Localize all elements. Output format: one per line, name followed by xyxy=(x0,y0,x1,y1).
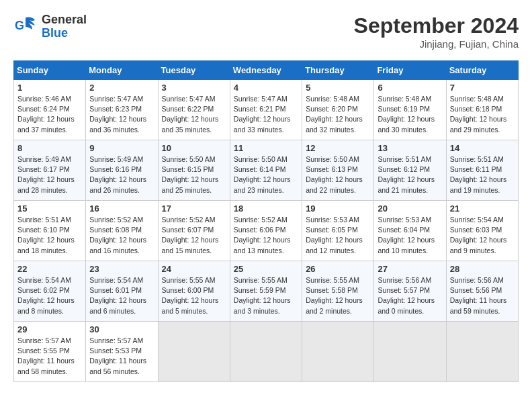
calendar-day: 11Sunrise: 5:50 AMSunset: 6:14 PMDayligh… xyxy=(230,140,302,201)
calendar-week-row: 8Sunrise: 5:49 AMSunset: 6:17 PMDaylight… xyxy=(14,140,519,201)
day-number: 19 xyxy=(306,203,370,214)
calendar-day: 26Sunrise: 5:55 AMSunset: 5:58 PMDayligh… xyxy=(302,261,374,322)
day-info: Sunrise: 5:50 AMSunset: 6:15 PMDaylight:… xyxy=(162,154,226,195)
day-info: Sunrise: 5:53 AMSunset: 6:04 PMDaylight:… xyxy=(378,215,442,256)
calendar-day-empty xyxy=(302,322,374,382)
day-number: 17 xyxy=(162,203,226,214)
day-number: 16 xyxy=(89,203,154,214)
day-info: Sunrise: 5:46 AMSunset: 6:24 PMDaylight:… xyxy=(17,94,82,135)
logo-line1: General xyxy=(42,13,87,27)
day-number: 12 xyxy=(306,143,370,153)
calendar-day: 3Sunrise: 5:47 AMSunset: 6:22 PMDaylight… xyxy=(158,80,230,140)
day-info: Sunrise: 5:49 AMSunset: 6:17 PMDaylight:… xyxy=(17,154,82,195)
svg-text:G: G xyxy=(15,19,24,32)
calendar-day: 21Sunrise: 5:54 AMSunset: 6:03 PMDayligh… xyxy=(446,201,518,261)
day-info: Sunrise: 5:47 AMSunset: 6:21 PMDaylight:… xyxy=(234,94,298,135)
calendar-day: 24Sunrise: 5:55 AMSunset: 6:00 PMDayligh… xyxy=(158,261,230,322)
calendar-week-row: 1Sunrise: 5:46 AMSunset: 6:24 PMDaylight… xyxy=(14,80,519,140)
day-number: 10 xyxy=(162,143,226,153)
day-info: Sunrise: 5:51 AMSunset: 6:11 PMDaylight:… xyxy=(450,154,515,195)
day-number: 8 xyxy=(17,143,82,153)
calendar-week-row: 15Sunrise: 5:51 AMSunset: 6:10 PMDayligh… xyxy=(14,201,519,261)
calendar-day: 9Sunrise: 5:49 AMSunset: 6:16 PMDaylight… xyxy=(86,140,158,201)
calendar-day: 22Sunrise: 5:54 AMSunset: 6:02 PMDayligh… xyxy=(14,261,86,322)
day-number: 5 xyxy=(306,83,370,93)
day-info: Sunrise: 5:55 AMSunset: 5:59 PMDaylight:… xyxy=(234,275,298,316)
day-number: 11 xyxy=(234,143,298,153)
day-info: Sunrise: 5:47 AMSunset: 6:22 PMDaylight:… xyxy=(162,94,226,135)
logo-line2: Blue xyxy=(42,27,87,40)
day-number: 18 xyxy=(234,203,298,214)
day-number: 14 xyxy=(450,143,515,153)
calendar-day: 25Sunrise: 5:55 AMSunset: 5:59 PMDayligh… xyxy=(230,261,302,322)
day-number: 20 xyxy=(378,203,442,214)
day-number: 28 xyxy=(450,264,515,274)
location: Jinjiang, Fujian, China xyxy=(354,38,519,50)
day-number: 7 xyxy=(450,83,515,93)
calendar-day: 10Sunrise: 5:50 AMSunset: 6:15 PMDayligh… xyxy=(158,140,230,201)
day-info: Sunrise: 5:57 AMSunset: 5:53 PMDaylight:… xyxy=(89,336,154,377)
calendar-day: 1Sunrise: 5:46 AMSunset: 6:24 PMDaylight… xyxy=(14,80,86,140)
day-number: 26 xyxy=(306,264,370,274)
calendar-week-row: 29Sunrise: 5:57 AMSunset: 5:55 PMDayligh… xyxy=(14,322,519,382)
calendar-day: 12Sunrise: 5:50 AMSunset: 6:13 PMDayligh… xyxy=(302,140,374,201)
header-friday: Friday xyxy=(374,61,446,80)
header-sunday: Sunday xyxy=(14,61,86,80)
day-number: 22 xyxy=(17,264,82,274)
day-info: Sunrise: 5:48 AMSunset: 6:18 PMDaylight:… xyxy=(450,94,515,135)
day-info: Sunrise: 5:55 AMSunset: 6:00 PMDaylight:… xyxy=(162,275,226,316)
calendar-week-row: 22Sunrise: 5:54 AMSunset: 6:02 PMDayligh… xyxy=(14,261,519,322)
day-number: 27 xyxy=(378,264,442,274)
day-number: 29 xyxy=(17,324,82,334)
calendar-day: 5Sunrise: 5:48 AMSunset: 6:20 PMDaylight… xyxy=(302,80,374,140)
calendar-day: 6Sunrise: 5:48 AMSunset: 6:19 PMDaylight… xyxy=(374,80,446,140)
day-number: 13 xyxy=(378,143,442,153)
day-info: Sunrise: 5:50 AMSunset: 6:14 PMDaylight:… xyxy=(234,154,298,195)
day-info: Sunrise: 5:55 AMSunset: 5:58 PMDaylight:… xyxy=(306,275,370,316)
header-wednesday: Wednesday xyxy=(230,61,302,80)
calendar-day: 16Sunrise: 5:52 AMSunset: 6:08 PMDayligh… xyxy=(86,201,158,261)
day-number: 3 xyxy=(162,83,226,93)
day-info: Sunrise: 5:53 AMSunset: 6:05 PMDaylight:… xyxy=(306,215,370,256)
day-info: Sunrise: 5:51 AMSunset: 6:12 PMDaylight:… xyxy=(378,154,442,195)
calendar-day-empty xyxy=(446,322,518,382)
header-monday: Monday xyxy=(86,61,158,80)
logo-icon: G xyxy=(13,15,38,39)
day-info: Sunrise: 5:50 AMSunset: 6:13 PMDaylight:… xyxy=(306,154,370,195)
day-number: 21 xyxy=(450,203,515,214)
calendar-day: 28Sunrise: 5:56 AMSunset: 5:56 PMDayligh… xyxy=(446,261,518,322)
day-number: 30 xyxy=(89,324,154,334)
day-number: 9 xyxy=(89,143,154,153)
header-saturday: Saturday xyxy=(446,61,518,80)
calendar-day: 23Sunrise: 5:54 AMSunset: 6:01 PMDayligh… xyxy=(86,261,158,322)
day-number: 23 xyxy=(89,264,154,274)
day-info: Sunrise: 5:54 AMSunset: 6:03 PMDaylight:… xyxy=(450,215,515,256)
day-info: Sunrise: 5:52 AMSunset: 6:08 PMDaylight:… xyxy=(89,215,154,256)
day-number: 15 xyxy=(17,203,82,214)
day-info: Sunrise: 5:52 AMSunset: 6:07 PMDaylight:… xyxy=(162,215,226,256)
day-number: 24 xyxy=(162,264,226,274)
calendar-day: 20Sunrise: 5:53 AMSunset: 6:04 PMDayligh… xyxy=(374,201,446,261)
calendar-day: 17Sunrise: 5:52 AMSunset: 6:07 PMDayligh… xyxy=(158,201,230,261)
calendar-day-empty xyxy=(158,322,230,382)
calendar-day: 2Sunrise: 5:47 AMSunset: 6:23 PMDaylight… xyxy=(86,80,158,140)
calendar-day: 29Sunrise: 5:57 AMSunset: 5:55 PMDayligh… xyxy=(14,322,86,382)
day-number: 1 xyxy=(17,83,82,93)
day-info: Sunrise: 5:56 AMSunset: 5:57 PMDaylight:… xyxy=(378,275,442,316)
logo: G General Blue xyxy=(13,13,87,40)
calendar-day-empty xyxy=(230,322,302,382)
title-block: September 2024 Jinjiang, Fujian, China xyxy=(354,13,519,50)
calendar-day: 14Sunrise: 5:51 AMSunset: 6:11 PMDayligh… xyxy=(446,140,518,201)
month-title: September 2024 xyxy=(354,13,519,38)
day-number: 4 xyxy=(234,83,298,93)
day-info: Sunrise: 5:51 AMSunset: 6:10 PMDaylight:… xyxy=(17,215,82,256)
calendar-day: 30Sunrise: 5:57 AMSunset: 5:53 PMDayligh… xyxy=(86,322,158,382)
day-info: Sunrise: 5:52 AMSunset: 6:06 PMDaylight:… xyxy=(234,215,298,256)
day-number: 2 xyxy=(89,83,154,93)
day-info: Sunrise: 5:54 AMSunset: 6:01 PMDaylight:… xyxy=(89,275,154,316)
day-info: Sunrise: 5:47 AMSunset: 6:23 PMDaylight:… xyxy=(89,94,154,135)
calendar-day: 19Sunrise: 5:53 AMSunset: 6:05 PMDayligh… xyxy=(302,201,374,261)
calendar-day: 7Sunrise: 5:48 AMSunset: 6:18 PMDaylight… xyxy=(446,80,518,140)
day-info: Sunrise: 5:48 AMSunset: 6:20 PMDaylight:… xyxy=(306,94,370,135)
day-info: Sunrise: 5:56 AMSunset: 5:56 PMDaylight:… xyxy=(450,275,515,316)
